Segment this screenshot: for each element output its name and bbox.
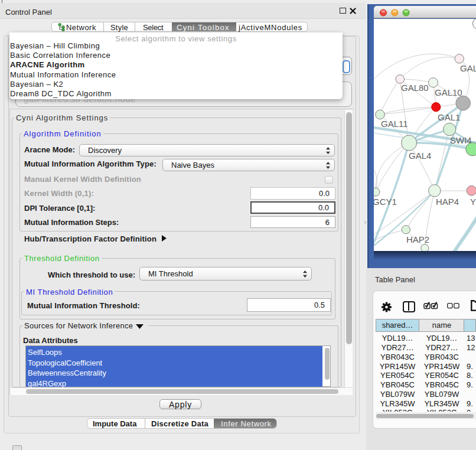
svg-text:GAL: GAL bbox=[460, 63, 476, 73]
svg-text:HAP2: HAP2 bbox=[406, 234, 429, 244]
svg-text:GAL4: GAL4 bbox=[409, 151, 431, 161]
svg-text:HAP4: HAP4 bbox=[436, 197, 459, 207]
svg-text:GAL1: GAL1 bbox=[438, 112, 460, 122]
svg-text:GAL80: GAL80 bbox=[401, 83, 429, 93]
svg-text:SWI4: SWI4 bbox=[450, 135, 472, 145]
svg-text:GAL11: GAL11 bbox=[381, 119, 408, 129]
svg-text:GAL10: GAL10 bbox=[435, 87, 462, 97]
svg-text:GCY1: GCY1 bbox=[374, 197, 397, 207]
svg-text:Y: Y bbox=[470, 197, 476, 207]
